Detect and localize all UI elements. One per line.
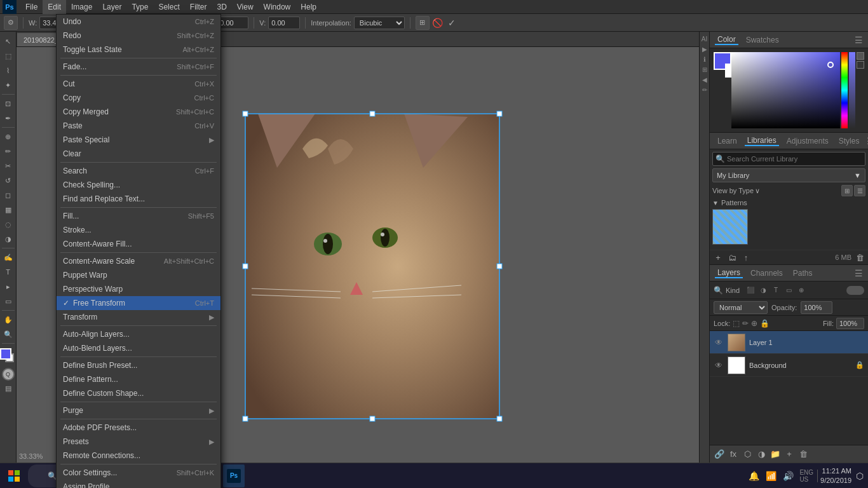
tool-clone[interactable]: ✂ xyxy=(1,159,15,173)
menu-fade[interactable]: Fade... Shift+Ctrl+F xyxy=(57,60,220,74)
tool-history-brush[interactable]: ↺ xyxy=(1,173,15,187)
tool-quick-mask[interactable]: Q xyxy=(2,368,15,381)
menu-auto-align[interactable]: Auto-Align Layers... xyxy=(57,327,220,341)
menu-content-aware-fill[interactable]: Content-Aware Fill... xyxy=(57,237,220,251)
lock-pixels-icon[interactable]: ⬚ xyxy=(733,319,740,328)
tool-pen[interactable]: ✍ xyxy=(1,250,15,264)
color-panel-menu[interactable]: ☰ xyxy=(855,35,863,45)
tool-magic-wand[interactable]: ✦ xyxy=(1,78,15,92)
tool-shape[interactable]: ▭ xyxy=(1,294,15,308)
tab-adjustments[interactable]: Adjustments xyxy=(784,137,831,146)
menu-layer[interactable]: Layer xyxy=(97,0,126,14)
color-alpha-bar[interactable] xyxy=(849,52,855,128)
fill-field[interactable] xyxy=(836,318,864,329)
tool-eyedropper[interactable]: ✒ xyxy=(1,111,15,125)
tool-brush[interactable]: ✏ xyxy=(1,144,15,158)
menu-3d[interactable]: 3D xyxy=(212,0,231,14)
tool-zoom[interactable]: 🔍 xyxy=(1,327,15,341)
cancel-transform-btn[interactable]: 🚫 xyxy=(432,17,444,29)
menu-find-replace[interactable]: Find and Replace Text... xyxy=(57,192,220,206)
menu-check-spelling[interactable]: Check Spelling... xyxy=(57,178,220,192)
taskbar-clock[interactable]: 11:21 AM 9/20/2019 xyxy=(820,466,851,485)
start-button[interactable] xyxy=(3,464,25,487)
tab-swatches[interactable]: Swatches xyxy=(743,36,782,44)
menu-help[interactable]: Help xyxy=(295,0,322,14)
confirm-transform-btn[interactable]: ✓ xyxy=(446,17,458,29)
lib-search-input[interactable] xyxy=(712,152,865,166)
color-gradient[interactable] xyxy=(731,52,840,128)
menu-purge[interactable]: Purge ▶ xyxy=(57,403,220,417)
filter-shape-btn[interactable]: ▭ xyxy=(783,285,794,296)
layer-link-btn[interactable]: 🔗 xyxy=(714,449,725,460)
layer-group-btn[interactable]: 📁 xyxy=(770,449,781,460)
ris-play-icon[interactable]: ▶ xyxy=(700,44,709,53)
menu-remote-connections[interactable]: Remote Connections... xyxy=(57,449,220,463)
menu-toggle-last-state[interactable]: Toggle Last State Alt+Ctrl+Z xyxy=(57,43,220,57)
menu-redo[interactable]: Redo Shift+Ctrl+Z xyxy=(57,29,220,43)
menu-content-aware-scale[interactable]: Content-Aware Scale Alt+Shift+Ctrl+C xyxy=(57,254,220,268)
lib-grid-view[interactable]: ⊞ xyxy=(841,185,853,196)
warp-btn[interactable]: ⊞ xyxy=(416,16,430,30)
ris-arrow-icon[interactable]: ◀ xyxy=(700,75,709,84)
tool-rect-select[interactable]: ⬚ xyxy=(1,49,15,63)
lib-upload-btn[interactable]: ↑ xyxy=(740,252,752,263)
tab-layers[interactable]: Layers xyxy=(715,268,743,278)
menu-clear[interactable]: Clear xyxy=(57,147,220,161)
lib-add-btn[interactable]: + xyxy=(712,252,724,263)
filter-adjust-btn[interactable]: ◑ xyxy=(757,285,769,296)
filter-toggle[interactable] xyxy=(846,286,864,295)
blend-mode-select[interactable]: Normal Multiply Screen Overlay xyxy=(714,301,768,314)
tool-move[interactable]: ↖ xyxy=(1,34,15,48)
opacity-field[interactable] xyxy=(801,301,832,314)
tab-libraries[interactable]: Libraries xyxy=(745,136,779,146)
layer-visibility-1[interactable]: 👁 xyxy=(714,337,724,348)
filter-pixel-btn[interactable]: ⬛ xyxy=(745,285,756,296)
menu-type[interactable]: Type xyxy=(126,0,153,14)
menu-define-shape[interactable]: Define Custom Shape... xyxy=(57,386,220,400)
tab-color[interactable]: Color xyxy=(715,35,738,45)
layer-row[interactable]: 👁 Background 🔒 xyxy=(710,354,868,377)
tab-styles[interactable]: Styles xyxy=(836,137,862,146)
patterns-section-header[interactable]: ▼ Patterns xyxy=(712,199,865,207)
tool-crop[interactable]: ⊡ xyxy=(1,97,15,111)
tab-channels[interactable]: Channels xyxy=(748,269,785,278)
interpolation-select[interactable]: Bicubic xyxy=(354,17,405,29)
layer-fx-btn[interactable]: fx xyxy=(728,449,739,460)
menu-filter[interactable]: Filter xyxy=(185,0,212,14)
lock-artboard-icon[interactable]: ⊕ xyxy=(751,319,757,328)
taskbar-ps[interactable]: Ps xyxy=(223,464,245,487)
ris-ai-icon[interactable]: AI xyxy=(700,34,709,43)
menu-assign-profile[interactable]: Assign Profile... xyxy=(57,480,220,488)
tab-paths[interactable]: Paths xyxy=(790,269,815,278)
menu-free-transform[interactable]: ✓ Free Transform Ctrl+T xyxy=(57,296,220,310)
menu-presets[interactable]: Presets ▶ xyxy=(57,435,220,449)
ris-info-icon[interactable]: ℹ xyxy=(700,55,709,64)
taskbar-notification-icon[interactable]: 🔔 xyxy=(747,471,761,481)
lib-delete-btn[interactable]: 🗑 xyxy=(854,252,865,263)
layer-new-btn[interactable]: + xyxy=(783,449,795,460)
menu-image[interactable]: Image xyxy=(66,0,97,14)
layer-row[interactable]: 👁 Layer 1 xyxy=(710,331,868,354)
menu-copy[interactable]: Copy Ctrl+C xyxy=(57,91,220,105)
tool-spot-heal[interactable]: ⊕ xyxy=(1,130,15,144)
menu-auto-blend[interactable]: Auto-Blend Layers... xyxy=(57,341,220,355)
tool-blur[interactable]: ◌ xyxy=(1,217,15,231)
menu-file[interactable]: File xyxy=(20,0,43,14)
tool-path-select[interactable]: ▸ xyxy=(1,280,15,294)
lock-all-icon[interactable]: 🔒 xyxy=(760,319,770,328)
taskbar-network-icon[interactable]: 📶 xyxy=(764,471,778,481)
tool-gradient[interactable]: ▦ xyxy=(1,203,15,217)
menu-puppet-warp[interactable]: Puppet Warp xyxy=(57,268,220,282)
color-hue-bar[interactable] xyxy=(841,52,848,128)
v-field[interactable] xyxy=(268,17,300,29)
menu-search[interactable]: Search Ctrl+F xyxy=(57,164,220,178)
lib-list-view[interactable]: ☰ xyxy=(854,185,865,196)
menu-perspective-warp[interactable]: Perspective Warp xyxy=(57,282,220,296)
pattern-thumb[interactable] xyxy=(712,209,748,245)
layer-visibility-bg[interactable]: 👁 xyxy=(714,360,724,370)
menu-paste[interactable]: Paste Ctrl+V xyxy=(57,119,220,133)
transform-options-btn[interactable]: ⚙ xyxy=(4,16,18,30)
layer-delete-btn[interactable]: 🗑 xyxy=(797,449,809,460)
menu-define-brush[interactable]: Define Brush Preset... xyxy=(57,358,220,372)
tool-lasso[interactable]: ⌇ xyxy=(1,64,15,78)
